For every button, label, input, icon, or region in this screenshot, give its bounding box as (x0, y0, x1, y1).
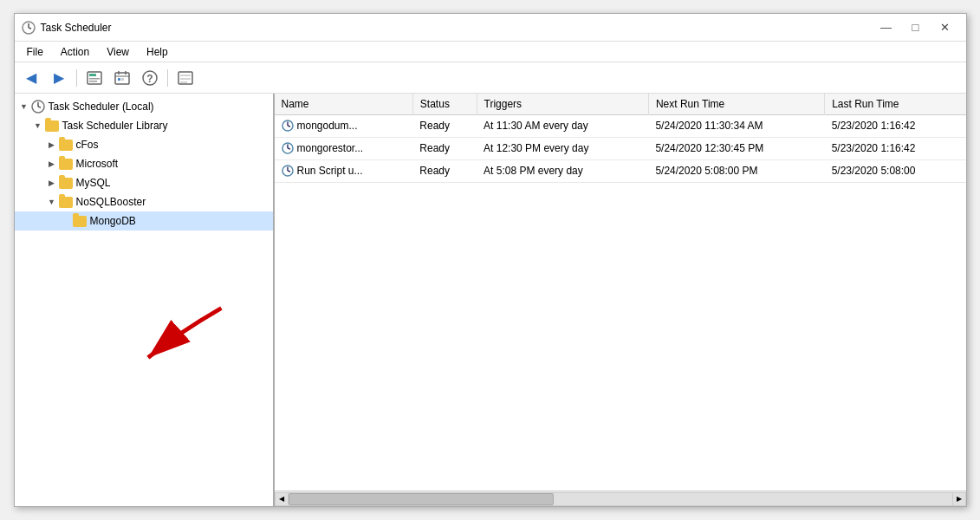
expander-cfos[interactable]: ▶ (46, 139, 58, 151)
table-panel: Name Status Triggers Next Run Time Last … (275, 94, 966, 506)
horizontal-scrollbar[interactable]: ◀ ▶ (275, 491, 966, 506)
clock-icon-root (31, 100, 45, 114)
cell-status: Ready (412, 159, 477, 182)
scroll-right-button[interactable]: ▶ (952, 492, 966, 506)
svg-rect-5 (89, 78, 100, 80)
restore-button[interactable]: □ (902, 19, 930, 36)
minimize-button[interactable]: — (873, 19, 900, 36)
window-title: Task Scheduler (41, 22, 873, 34)
expander-nosqlbooster[interactable]: ▼ (46, 196, 58, 208)
cell-status: Ready (412, 137, 477, 159)
col-status[interactable]: Status (412, 94, 477, 114)
svg-line-31 (288, 171, 290, 172)
expander-root[interactable]: ▼ (18, 101, 30, 113)
cell-last-run: 5/23/2020 5:08:00 (825, 159, 966, 182)
tasks-table: Name Status Triggers Next Run Time Last … (275, 94, 966, 183)
back-button[interactable]: ◀ (18, 66, 44, 90)
menu-file[interactable]: File (18, 44, 52, 60)
main-window: Task Scheduler — □ ✕ File Action View He… (14, 13, 967, 507)
svg-rect-12 (121, 78, 124, 81)
tree-item-mysql[interactable]: ▶ MySQL (15, 173, 273, 192)
tree-label-mongodb: MongoDB (90, 215, 136, 227)
cell-next-run: 5/24/2020 5:08:00 PM (648, 159, 824, 182)
cell-next-run: 5/24/2020 12:30:45 PM (648, 137, 824, 159)
cell-triggers: At 5:08 PM every day (477, 159, 648, 182)
tree-panel-wrapper: ▼ Task Scheduler (Local) ▼ (15, 94, 275, 506)
tree-label-mysql: MySQL (76, 177, 111, 189)
close-button[interactable]: ✕ (931, 19, 959, 36)
toolbar-separator-2 (167, 69, 168, 87)
svg-line-25 (288, 126, 290, 127)
show-hide-console-button[interactable] (81, 66, 107, 90)
window-controls: — □ ✕ (873, 19, 959, 36)
tree-label-library: Task Scheduler Library (62, 120, 168, 132)
cell-next-run: 5/24/2020 11:30:34 AM (648, 114, 824, 137)
expander-microsoft[interactable]: ▶ (46, 158, 58, 170)
tree-panel: ▼ Task Scheduler (Local) ▼ (15, 94, 275, 234)
folder-icon-library (45, 119, 59, 133)
folder-icon-microsoft (59, 157, 73, 171)
properties-button[interactable] (172, 66, 198, 90)
cell-last-run: 5/23/2020 1:16:42 (825, 114, 966, 137)
tree-item-nosqlbooster[interactable]: ▼ NoSQLBooster (15, 192, 273, 211)
col-next-run[interactable]: Next Run Time (648, 94, 824, 114)
help-button[interactable]: ? (137, 66, 163, 90)
svg-line-2 (29, 28, 31, 29)
cell-last-run: 5/23/2020 1:16:42 (825, 137, 966, 159)
svg-line-28 (288, 148, 290, 149)
tree-item-mongodb[interactable]: MongoDB (15, 211, 273, 231)
scroll-track[interactable] (289, 492, 952, 506)
main-content: ▼ Task Scheduler (Local) ▼ (15, 94, 966, 506)
tree-item-microsoft[interactable]: ▶ Microsoft (15, 154, 273, 173)
cell-status: Ready (412, 114, 477, 137)
cell-name: mongorestor... (275, 137, 413, 159)
folder-icon-mongodb (73, 214, 87, 228)
tree-item-library[interactable]: ▼ Task Scheduler Library (15, 116, 273, 135)
toolbar-separator (76, 69, 77, 87)
svg-line-21 (38, 107, 41, 107)
svg-rect-6 (89, 81, 97, 82)
tree-label-nosqlbooster: NoSQLBooster (76, 196, 146, 208)
scroll-left-button[interactable]: ◀ (275, 492, 289, 506)
table-empty-area (275, 183, 966, 491)
svg-rect-4 (89, 74, 96, 76)
app-icon (22, 21, 36, 35)
folder-icon-mysql (59, 176, 73, 190)
cell-name: mongodum... (275, 114, 413, 137)
tree-label-cfos: cFos (76, 139, 99, 151)
col-name[interactable]: Name (275, 94, 413, 114)
title-bar: Task Scheduler — □ ✕ (15, 14, 966, 42)
forward-button[interactable]: ▶ (46, 66, 72, 90)
tree-label-root: Task Scheduler (Local) (49, 101, 154, 113)
scroll-thumb[interactable] (289, 493, 554, 505)
col-triggers[interactable]: Triggers (477, 94, 648, 114)
expander-mysql[interactable]: ▶ (46, 177, 58, 189)
tree-item-cfos[interactable]: ▶ cFos (15, 135, 273, 154)
cell-name: Run Script u... (275, 159, 413, 182)
svg-text:?: ? (146, 73, 153, 85)
tree-item-root[interactable]: ▼ Task Scheduler (Local) (15, 97, 273, 116)
menu-view[interactable]: View (98, 44, 138, 60)
folder-icon-nosqlbooster (59, 195, 73, 209)
col-last-run[interactable]: Last Run Time (825, 94, 966, 114)
folder-icon-cfos (59, 138, 73, 152)
expander-library[interactable]: ▼ (32, 120, 44, 132)
calendar-view-button[interactable] (109, 66, 135, 90)
table-row[interactable]: mongorestor... ReadyAt 12:30 PM every da… (275, 137, 966, 159)
cell-triggers: At 11:30 AM every day (477, 114, 648, 137)
menu-action[interactable]: Action (52, 44, 98, 60)
table-header-row: Name Status Triggers Next Run Time Last … (275, 94, 966, 114)
menu-help[interactable]: Help (138, 44, 177, 60)
tree-label-microsoft: Microsoft (76, 158, 119, 170)
toolbar: ◀ ▶ ? (15, 62, 966, 94)
menu-bar: File Action View Help (15, 42, 966, 62)
table-row[interactable]: Run Script u... ReadyAt 5:08 PM every da… (275, 159, 966, 182)
table-row[interactable]: mongodum... ReadyAt 11:30 AM every day5/… (275, 114, 966, 137)
svg-rect-11 (118, 78, 120, 81)
cell-triggers: At 12:30 PM every day (477, 137, 648, 159)
